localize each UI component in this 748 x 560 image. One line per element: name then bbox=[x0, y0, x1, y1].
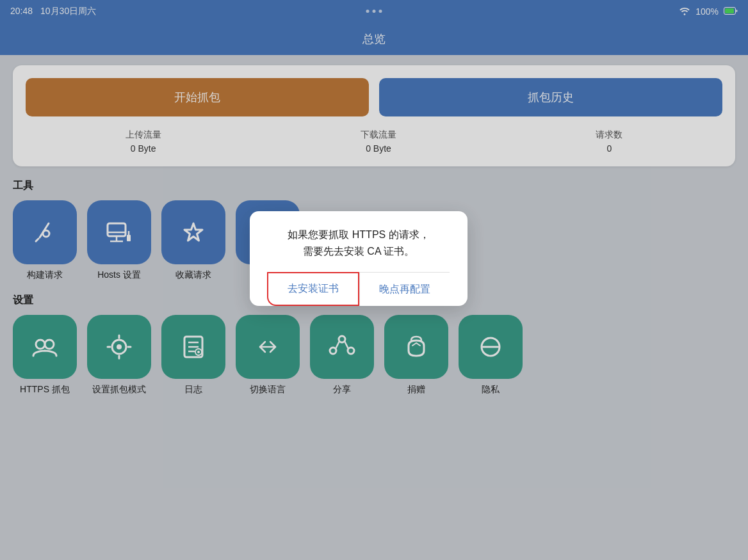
popup-message: 如果您要抓取 HTTPS 的请求，需要先去安装 CA 证书。 bbox=[268, 227, 450, 259]
popup-buttons: 去安装证书 晚点再配置 bbox=[268, 272, 450, 306]
popup-overlay[interactable]: 如果您要抓取 HTTPS 的请求，需要先去安装 CA 证书。 去安装证书 晚点再… bbox=[0, 0, 748, 560]
popup-dialog: 如果您要抓取 HTTPS 的请求，需要先去安装 CA 证书。 去安装证书 晚点再… bbox=[250, 211, 468, 306]
later-configure-button[interactable]: 晚点再配置 bbox=[360, 273, 450, 306]
install-certificate-button[interactable]: 去安装证书 bbox=[267, 272, 359, 306]
